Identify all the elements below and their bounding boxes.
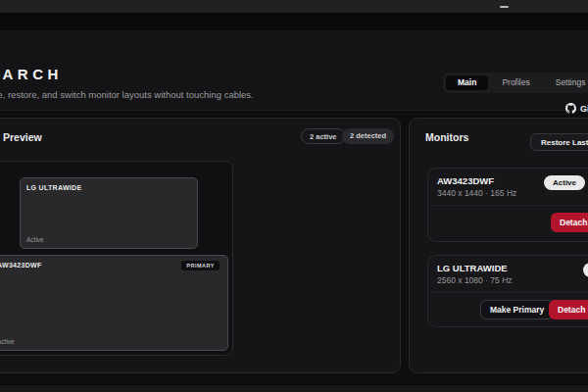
monitor-card-name: AW3423DWF xyxy=(437,175,494,186)
card-divider xyxy=(428,205,588,206)
monitor-name: LG ULTRAWIDE xyxy=(26,184,81,191)
monitor-status: Active xyxy=(0,338,15,345)
monitor-name: AW3423DWF xyxy=(0,262,42,269)
minimize-icon xyxy=(500,6,509,8)
app-title: MONARCH xyxy=(0,66,63,82)
active-count-badge: 2 active xyxy=(301,128,346,144)
monitors-panel: Monitors Restore Last Layout AW3423DWF 3… xyxy=(409,118,588,373)
monitors-panel-title: Monitors xyxy=(425,131,468,143)
monitor-card-specs: 2560 x 1080 · 75 Hz xyxy=(437,275,513,285)
app-tagline: Save, restore, and switch monitor layout… xyxy=(0,89,254,100)
preview-panel: Preview 2 active 2 detected LG ULTRAWIDE… xyxy=(0,118,401,373)
monitor-card-name: LG ULTRAWIDE xyxy=(437,263,508,273)
detach-display-button[interactable]: Detach Display xyxy=(549,300,588,319)
app-header: MONARCH Save, restore, and switch monito… xyxy=(0,30,588,111)
preview-monitor-lg-ultrawide[interactable]: LG ULTRAWIDE Active xyxy=(20,177,198,249)
detach-display-button[interactable]: Detach Display xyxy=(551,213,588,232)
active-badge: Active xyxy=(544,175,585,190)
layout-canvas: LG ULTRAWIDE Active AW3423DWF PRIMARY Ac… xyxy=(0,161,233,356)
preview-monitor-aw3423dwf[interactable]: AW3423DWF PRIMARY Active xyxy=(0,255,228,351)
minimize-button[interactable] xyxy=(490,0,517,13)
window-titlebar xyxy=(0,0,588,13)
restore-last-layout-button[interactable]: Restore Last Layout xyxy=(530,133,588,151)
detected-count-badge: 2 detected xyxy=(342,128,394,144)
github-link[interactable]: GitHub xyxy=(565,103,588,114)
monitor-card-specs: 3440 x 1440 · 165 Hz xyxy=(437,188,516,198)
monitor-status: Active xyxy=(26,236,44,243)
github-icon xyxy=(565,103,576,114)
taskbar-strip xyxy=(0,384,588,392)
app-window: MONARCH Save, restore, and switch monito… xyxy=(0,0,588,392)
preview-panel-title: Preview xyxy=(3,131,42,143)
nav-tabs: Main Profiles Settings xyxy=(443,73,588,93)
github-label: GitHub xyxy=(580,104,588,114)
card-divider xyxy=(428,292,588,293)
tab-profiles[interactable]: Profiles xyxy=(490,75,541,90)
menu-strip xyxy=(0,13,588,30)
tab-main[interactable]: Main xyxy=(446,75,488,90)
make-primary-button[interactable]: Make Primary xyxy=(480,300,554,319)
tab-settings[interactable]: Settings xyxy=(544,75,588,90)
monitor-card-aw3423dwf: AW3423DWF 3440 x 1440 · 165 Hz Active Pr… xyxy=(427,168,588,242)
primary-badge: PRIMARY xyxy=(181,261,220,270)
monitor-card-lg-ultrawide: LG ULTRAWIDE 2560 x 1080 · 75 Hz Active … xyxy=(427,255,588,327)
active-badge: Active xyxy=(583,263,588,277)
